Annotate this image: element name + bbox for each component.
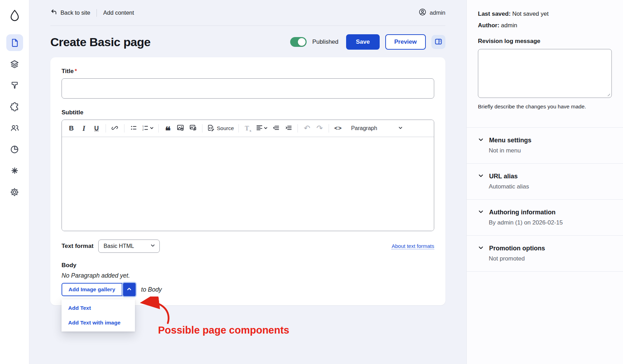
image-icon [177,124,184,133]
drupal-logo[interactable] [8,8,21,26]
indent-button[interactable] [282,122,294,134]
toolbar-separator [238,124,239,133]
published-label: Published [312,38,338,45]
add-paragraph-type-toggle[interactable] [123,283,136,296]
undo-icon: ↶ [304,124,310,133]
about-text-formats-link[interactable]: About text formats [392,243,434,249]
last-saved-row: Last saved: Not saved yet [478,9,612,19]
svg-text:1: 1 [142,124,144,128]
revision-log-textarea[interactable] [478,49,612,98]
editor-toolbar: B I U [62,120,434,137]
numbered-list-icon: 1 2 [142,124,149,133]
sidebar-item-people[interactable] [6,120,23,136]
required-asterisk: * [75,68,77,74]
chevron-down-icon [478,173,484,180]
redo-button[interactable]: ↷ [314,122,325,134]
subtitle-label: Subtitle [62,109,83,116]
bulleted-list-icon [130,124,137,133]
link-button[interactable] [109,122,121,134]
node-form-card: Title* Subtitle B I U [50,57,445,305]
media-icon [189,124,197,133]
toolbar-divider [96,9,97,17]
text-format-select[interactable]: Basic HTML [98,240,160,253]
body-label: Body [62,262,434,269]
revision-log-help: Briefly describe the changes you have ma… [478,104,612,110]
add-image-gallery-button[interactable]: Add Image gallery [62,283,122,296]
add-paragraph-controls: Add Image gallery to Body Add Text Add T… [62,283,434,296]
text-alignment-button[interactable] [255,122,269,134]
section-promotion-options: Promotion options Not promoted [467,235,623,271]
remove-format-icon: Tx [245,125,251,132]
italic-button[interactable]: I [78,122,90,134]
pie-chart-icon [10,145,19,154]
admin-nav [6,34,23,200]
chevron-down-icon [398,125,403,131]
page-header: Create Basic page Published Save Preview [50,34,445,50]
revision-log-wrap [478,49,612,99]
bulleted-list-button[interactable] [128,122,139,134]
sidebar-item-structure[interactable] [6,56,23,72]
section-url-alias-header[interactable]: URL alias [478,173,612,180]
sidebar-toggle-button[interactable] [431,35,445,49]
outdent-icon [272,124,280,133]
add-content-breadcrumb[interactable]: Add content [103,9,134,16]
redo-icon: ↷ [316,124,323,133]
indent-icon [285,124,292,133]
header-actions: Published Save Preview [290,34,445,50]
panel-layout-icon [434,37,443,47]
code-button[interactable]: <> [332,122,344,134]
title-input[interactable] [62,78,434,99]
sidebar-item-content[interactable] [6,34,23,51]
chevron-up-icon [127,286,132,293]
page-title: Create Basic page [50,35,150,49]
section-promotion-options-header[interactable]: Promotion options [478,245,612,252]
editor-content-area[interactable] [62,137,434,231]
section-authoring-information-header[interactable]: Authoring information [478,209,612,216]
sidebar-item-appearance[interactable] [6,77,23,94]
back-to-site-link[interactable]: Back to site [50,9,90,17]
back-to-site-label: Back to site [60,9,90,16]
section-summary: Automatic alias [489,183,612,190]
section-divider [467,271,623,272]
user-menu[interactable]: admin [418,8,445,17]
block-quote-button[interactable]: ❝ [162,122,174,134]
section-summary: Not in menu [489,147,612,154]
document-icon [10,38,19,47]
menu-item-add-text-with-image[interactable]: Add Text with image [62,315,135,330]
source-button[interactable]: Source [206,122,235,134]
sidebar-item-reports[interactable] [6,141,23,158]
paragraph-style-dropdown[interactable]: Paragraph [348,122,406,134]
numbered-list-button[interactable]: 1 2 [140,122,155,134]
menu-item-add-text[interactable]: Add Text [62,301,135,315]
return-arrow-icon [50,9,57,17]
bold-button[interactable]: B [65,122,77,134]
remove-format-button[interactable]: Tx [242,122,254,134]
outdent-button[interactable] [270,122,282,134]
toolbar-separator [202,124,202,133]
insert-image-button[interactable] [174,122,186,134]
save-button[interactable]: Save [346,34,380,50]
section-summary: By admin (1) on 2026-02-15 [489,219,612,226]
section-label: Authoring information [489,209,556,216]
section-label: Promotion options [489,245,545,252]
toolbar-separator [329,124,329,133]
undo-button[interactable]: ↶ [301,122,313,134]
preview-button[interactable]: Preview [385,34,426,50]
user-avatar-icon [418,8,427,17]
sidebar-item-extend[interactable] [6,98,23,115]
align-left-icon [256,124,263,133]
sidebar-item-settings[interactable] [6,184,23,200]
insert-media-button[interactable] [187,122,199,134]
paragraph-label: Paragraph [351,125,377,131]
block-quote-icon: ❝ [165,124,171,133]
underline-button[interactable]: U [91,122,102,134]
username-label: admin [430,9,445,16]
sidebar-item-help[interactable] [6,162,23,179]
puzzle-piece-icon [10,102,19,112]
title-label: Title [62,68,74,74]
section-menu-settings-header[interactable]: Menu settings [478,137,612,144]
paragraph-type-menu: Add Text Add Text with image [62,299,135,331]
two-users-icon [10,123,20,133]
published-toggle[interactable] [290,37,307,47]
meta-sections: Menu settings Not in menu URL alias Auto… [467,127,623,272]
